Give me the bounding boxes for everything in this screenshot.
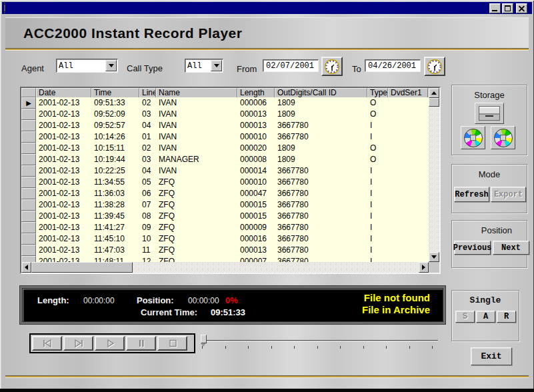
titlebar[interactable] xyxy=(2,2,532,14)
stop-button[interactable] xyxy=(157,336,187,351)
arrow-down-icon xyxy=(431,255,437,259)
app-header: ACC2000 Instant Record Player xyxy=(5,17,529,48)
horizontal-scroll-thumb[interactable] xyxy=(31,262,133,273)
table-row[interactable]: ▶2001-02-1309:51:3302IVAN0000061809O xyxy=(21,97,429,109)
maximize-button[interactable] xyxy=(502,3,513,13)
exit-button[interactable]: Exit xyxy=(471,347,512,365)
column-header[interactable]: Date xyxy=(36,88,91,97)
vertical-scrollbar[interactable] xyxy=(429,88,439,262)
table-row[interactable]: 2001-02-1311:34:5505ZFQ0000103667780I xyxy=(21,177,429,188)
status-line-2: File in Archive xyxy=(362,304,430,315)
table-row[interactable]: 2001-02-1311:39:4508ZFQ0000153667780I xyxy=(21,211,429,222)
previous-button[interactable]: Previous xyxy=(454,241,491,255)
table-row[interactable]: 2001-02-1310:22:2504IVAN0000143667780I xyxy=(21,165,429,177)
scroll-right-button[interactable] xyxy=(419,262,429,273)
seek-slider-thumb[interactable] xyxy=(201,335,207,343)
table-cell: 10:14:26 xyxy=(91,131,139,143)
table-cell xyxy=(388,222,428,233)
to-date-field[interactable]: 04/26/2001 xyxy=(365,59,421,72)
length-value: 00:00:00 xyxy=(83,296,115,305)
table-row[interactable]: 2001-02-1310:15:1102IVAN0000201809O xyxy=(21,143,429,154)
table-cell: 3667780 xyxy=(275,177,367,188)
refresh-button[interactable]: Refresh xyxy=(454,187,489,202)
table-row[interactable]: 2001-02-1311:47:0311ZFQ0000133667780I xyxy=(21,245,429,256)
skip-start-button[interactable] xyxy=(32,336,62,351)
scroll-up-button[interactable] xyxy=(429,88,439,98)
row-selector[interactable] xyxy=(21,154,36,165)
table-row[interactable]: 2001-02-1310:14:2601IVAN0000103667780I xyxy=(21,131,429,143)
table-cell: 10 xyxy=(139,233,156,245)
column-header[interactable]: OutDigits/Call ID xyxy=(275,88,367,97)
column-header[interactable]: Type xyxy=(367,88,388,97)
column-header[interactable]: Line xyxy=(139,88,156,97)
call-type-dropdown-button[interactable] xyxy=(211,60,222,71)
pause-button[interactable] xyxy=(126,336,156,351)
row-selector[interactable] xyxy=(21,131,36,143)
from-date-field[interactable]: 02/07/2001 xyxy=(263,59,319,72)
storage-cd-right-button[interactable] xyxy=(491,126,515,149)
table-row[interactable]: 2001-02-1311:41:2709ZFQ0000093667780I xyxy=(21,222,429,233)
position-panel: Position Previous Next xyxy=(451,220,527,268)
table-row[interactable]: 2001-02-1309:52:0903IVAN0000131809O xyxy=(21,109,429,120)
single-a-button[interactable]: A xyxy=(476,311,495,323)
table-row[interactable]: 2001-02-1311:45:1010ZFQ0000163667780I xyxy=(21,233,429,245)
table-row[interactable]: 2001-02-1311:38:2807ZFQ0000153667780I xyxy=(21,199,429,211)
single-title: Single xyxy=(452,295,519,305)
skip-start-icon xyxy=(41,339,54,348)
row-selector[interactable] xyxy=(21,245,36,256)
row-selector[interactable] xyxy=(21,222,36,233)
table-row[interactable]: 2001-02-1310:19:4403MANAGER0000081809O xyxy=(21,154,429,165)
slider-tick xyxy=(271,346,272,349)
table-cell: 1809 xyxy=(275,143,367,154)
table-cell: O xyxy=(367,109,388,120)
header-divider xyxy=(5,48,529,51)
next-button[interactable]: Next xyxy=(493,241,529,255)
minimize-button[interactable] xyxy=(489,3,501,13)
storage-cd-left-button[interactable] xyxy=(461,126,485,149)
scroll-down-button[interactable] xyxy=(429,252,439,262)
scroll-left-button[interactable] xyxy=(21,262,31,273)
from-date-picker-button[interactable] xyxy=(321,57,343,76)
table-row[interactable]: 2001-02-1311:48:1112ZFQ0000073667780I xyxy=(21,256,429,262)
cd-icon xyxy=(464,129,483,147)
slider-tick xyxy=(340,346,341,349)
play-button[interactable] xyxy=(95,336,125,351)
row-selector[interactable]: ▶ xyxy=(21,97,36,109)
column-header[interactable]: Time xyxy=(91,88,139,97)
to-date-picker-button[interactable] xyxy=(424,57,445,76)
table-cell: 000013 xyxy=(237,109,275,120)
row-selector[interactable] xyxy=(21,256,36,262)
horizontal-scrollbar[interactable] xyxy=(21,262,429,273)
row-selector[interactable] xyxy=(21,120,36,131)
call-type-dropdown[interactable]: All xyxy=(185,59,223,73)
export-button[interactable]: Export xyxy=(491,187,526,202)
agent-label: Agent xyxy=(21,63,44,73)
maximize-icon xyxy=(505,5,511,11)
column-header[interactable]: DvdSer1 xyxy=(388,88,428,97)
column-header[interactable]: Length xyxy=(237,88,275,97)
agent-dropdown[interactable]: All xyxy=(56,59,118,73)
storage-drive-button[interactable] xyxy=(475,103,504,124)
table-cell: 11:48:11 xyxy=(91,256,139,262)
vertical-scroll-thumb[interactable] xyxy=(429,98,439,107)
table-row[interactable]: 2001-02-1311:36:0306ZFQ0000473667780I xyxy=(21,188,429,199)
row-selector[interactable] xyxy=(21,109,36,120)
column-header[interactable]: Name xyxy=(156,88,237,97)
single-r-button[interactable]: R xyxy=(497,311,516,323)
seek-slider-track[interactable] xyxy=(202,340,438,341)
skip-end-button[interactable] xyxy=(63,336,93,351)
slider-tick xyxy=(363,346,364,349)
agent-dropdown-button[interactable] xyxy=(105,60,117,71)
row-selector[interactable] xyxy=(21,199,36,211)
row-selector[interactable] xyxy=(21,165,36,177)
row-selector[interactable] xyxy=(21,143,36,154)
row-selector[interactable] xyxy=(21,177,36,188)
playback-display: Length: 00:00:00 Position: 00:00:00 0% C… xyxy=(20,286,445,324)
single-s-button[interactable]: S xyxy=(455,311,475,323)
table-row[interactable]: 2001-02-1309:52:5704IVAN0000133667780I xyxy=(21,120,429,131)
row-selector[interactable] xyxy=(21,211,36,222)
row-selector[interactable] xyxy=(21,188,36,199)
row-selector[interactable] xyxy=(21,233,36,245)
table-cell: I xyxy=(367,188,388,199)
close-button[interactable] xyxy=(516,3,527,13)
